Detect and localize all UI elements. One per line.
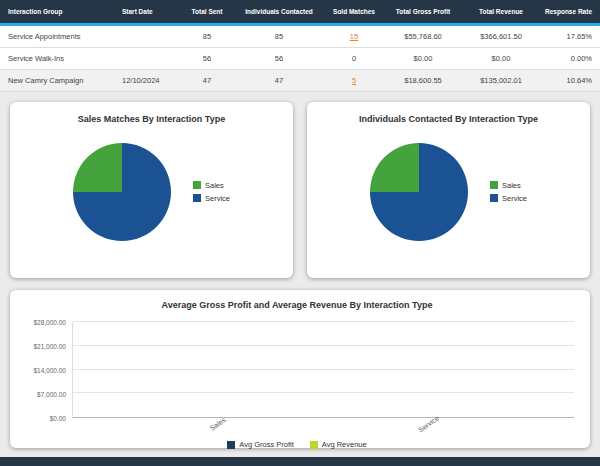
- cell-total-gross-profit: $18,600.55: [384, 70, 462, 92]
- cell-total-sent: 85: [180, 25, 234, 48]
- footer-bar: [0, 457, 600, 466]
- y-tick: $21,000.00: [33, 343, 66, 350]
- y-tick: $7,000.00: [37, 391, 66, 398]
- legend-item: Service: [193, 194, 230, 203]
- cell-individuals-contacted: 47: [234, 70, 324, 92]
- legend-swatch-avg-revenue: [310, 441, 318, 449]
- legend-item: Sales: [193, 181, 230, 190]
- chart-title: Average Gross Profit and Average Revenue…: [20, 300, 574, 310]
- y-axis: $0.00 $7,000.00 $14,000.00 $21,000.00 $2…: [20, 322, 72, 418]
- col-total-sent[interactable]: Total Sent: [180, 0, 234, 25]
- plot-area: [72, 322, 574, 418]
- y-tick: $14,000.00: [33, 367, 66, 374]
- cell-interaction-group: Service Appointments: [0, 25, 114, 48]
- pie-cards-row: Sales Matches By Interaction Type Sales …: [10, 102, 590, 278]
- cell-response-rate: 0.00%: [540, 48, 600, 70]
- cell-response-rate: 17.65%: [540, 25, 600, 48]
- col-response-rate[interactable]: Response Rate: [540, 0, 600, 25]
- legend-item: Service: [490, 194, 527, 203]
- legend-swatch-sales: [490, 181, 498, 189]
- bar-groups: [73, 322, 574, 417]
- sold-matches-link[interactable]: 15: [350, 32, 358, 41]
- sales-matches-pie-card: Sales Matches By Interaction Type Sales …: [10, 102, 293, 278]
- col-total-gross-profit[interactable]: Total Gross Profit: [384, 0, 462, 25]
- pie-legend: Sales Service: [490, 181, 527, 203]
- col-interaction-group[interactable]: Interaction Group: [0, 0, 114, 25]
- chart-title: Sales Matches By Interaction Type: [20, 114, 283, 124]
- cell-individuals-contacted: 56: [234, 48, 324, 70]
- cell-interaction-group: New Camry Campaign: [0, 70, 114, 92]
- cell-individuals-contacted: 85: [234, 25, 324, 48]
- legend-item: Avg Gross Profit: [227, 440, 293, 449]
- y-tick: $28,000.00: [33, 319, 66, 326]
- col-sold-matches[interactable]: Sold Matches: [324, 0, 384, 25]
- bar-chart-plot: $0.00 $7,000.00 $14,000.00 $21,000.00 $2…: [20, 322, 574, 418]
- cell-total-revenue: $135,002.01: [462, 70, 540, 92]
- legend-item: Avg Revenue: [310, 440, 367, 449]
- cell-start-date: [114, 25, 180, 48]
- legend-swatch-avg-gross-profit: [227, 441, 235, 449]
- legend-label: Sales: [502, 181, 521, 190]
- col-total-revenue[interactable]: Total Revenue: [462, 0, 540, 25]
- individuals-contacted-pie-chart[interactable]: [370, 143, 468, 241]
- cell-total-revenue: $366,601.50: [462, 25, 540, 48]
- legend-swatch-service: [490, 194, 498, 202]
- legend-label: Avg Gross Profit: [239, 440, 293, 449]
- interaction-summary-table: Interaction Group Start Date Total Sent …: [0, 0, 600, 92]
- table-header-row: Interaction Group Start Date Total Sent …: [0, 0, 600, 25]
- col-individuals-contacted[interactable]: Individuals Contacted: [234, 0, 324, 25]
- individuals-contacted-pie-card: Individuals Contacted By Interaction Typ…: [307, 102, 590, 278]
- cell-sold-matches: 0: [324, 48, 384, 70]
- cell-start-date: [114, 48, 180, 70]
- chart-title: Individuals Contacted By Interaction Typ…: [317, 114, 580, 124]
- avg-profit-revenue-bar-card: Average Gross Profit and Average Revenue…: [10, 290, 590, 448]
- cell-total-gross-profit: $55,768.60: [384, 25, 462, 48]
- cell-sold-matches: 5: [324, 70, 384, 92]
- col-start-date[interactable]: Start Date: [114, 0, 180, 25]
- cell-total-sent: 47: [180, 70, 234, 92]
- sales-matches-pie-chart[interactable]: [73, 143, 171, 241]
- pie-chart-area: Sales Service: [317, 124, 580, 259]
- bar-chart-legend: Avg Gross Profit Avg Revenue: [20, 440, 574, 449]
- cell-total-revenue: $0.00: [462, 48, 540, 70]
- legend-item: Sales: [490, 181, 527, 190]
- sold-matches-link[interactable]: 5: [352, 76, 356, 85]
- legend-swatch-service: [193, 194, 201, 202]
- x-axis-labels: Sales Service: [72, 418, 574, 434]
- y-tick: $0.00: [50, 415, 66, 422]
- table-row: New Camry Campaign 12/10/2024 47 47 5 $1…: [0, 70, 600, 92]
- legend-label: Avg Revenue: [322, 440, 367, 449]
- pie-chart-area: Sales Service: [20, 124, 283, 259]
- pie-legend: Sales Service: [193, 181, 230, 203]
- legend-label: Service: [502, 194, 527, 203]
- cell-sold-matches: 15: [324, 25, 384, 48]
- table-row: Service Appointments 85 85 15 $55,768.60…: [0, 25, 600, 48]
- cell-total-gross-profit: $0.00: [384, 48, 462, 70]
- legend-swatch-sales: [193, 181, 201, 189]
- cell-response-rate: 10.64%: [540, 70, 600, 92]
- x-label-sales: Sales: [209, 416, 231, 437]
- cell-interaction-group: Service Walk-Ins: [0, 48, 114, 70]
- table-row: Service Walk-Ins 56 56 0 $0.00 $0.00 0.0…: [0, 48, 600, 70]
- interaction-summary-table-card: Interaction Group Start Date Total Sent …: [0, 0, 600, 92]
- legend-label: Sales: [205, 181, 224, 190]
- legend-label: Service: [205, 194, 230, 203]
- cell-start-date: 12/10/2024: [114, 70, 180, 92]
- cell-total-sent: 56: [180, 48, 234, 70]
